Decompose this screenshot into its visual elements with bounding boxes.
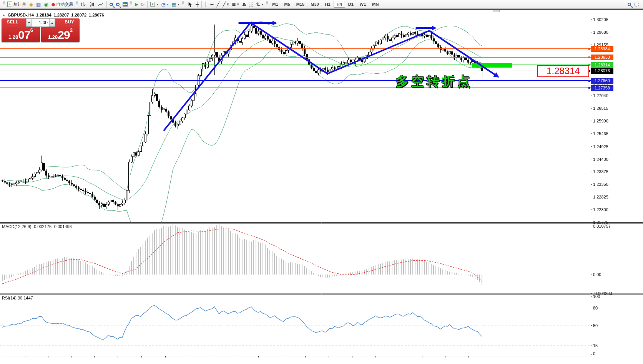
timeframe-h1[interactable]: H1 [322,1,334,8]
price-tick-label: 1.22300 [593,207,608,212]
autotrading-icon: ● [52,2,55,7]
horizontal-line-icon: ─ [211,2,214,7]
price-tick-label: 1.23350 [593,182,608,187]
price-tag-label: 1.28633 [591,55,613,60]
chart-window: ▲ GBPUSD-,H4 1.28184 1.28207 1.28072 1.2… [0,9,643,364]
toolbar-grip[interactable] [182,1,184,7]
buy-label: BUY [65,20,74,25]
arrows-button[interactable]: ⇅ ▾ [254,0,265,8]
horizontal-line-button[interactable]: ─ [209,0,215,8]
chevron-down-icon: ▾ [262,3,263,6]
price-tick-label: 1.23875 [593,169,608,174]
sell-price: 1.28076 [2,27,40,41]
templates-button[interactable]: ▦ ▾ [170,0,181,8]
price-tick-label: 1.24925 [593,144,608,149]
tile-windows-button[interactable] [121,0,129,8]
indicators-button[interactable]: + ▾ [149,0,160,8]
timeframe-w1[interactable]: W1 [357,1,369,8]
new-order-button[interactable]: + 新订单 [6,0,28,8]
price-tag-label: 1.27660 [591,78,613,84]
new-order-icon: + [7,2,12,7]
sell-label: SELL [7,20,18,25]
chart-shift-icon: ▷ [141,2,145,7]
ohlc-close: 1.28076 [89,13,104,17]
text-label-button[interactable]: T [248,0,254,8]
fibonacci-button[interactable]: ≡F [230,0,241,8]
candlestick-chart-button[interactable] [88,0,96,8]
crosshair-button[interactable]: ┼ [194,0,200,8]
bar-chart-button[interactable] [79,0,88,8]
macd-axis-label: 0.010757 [593,224,611,228]
timeframe-m30[interactable]: M30 [307,1,322,8]
timeframe-m5[interactable]: M5 [281,1,293,8]
toolbar-grip[interactable] [3,1,5,7]
price-callout-box: 1.28314 [537,65,589,77]
toolbar-grip[interactable] [130,1,132,7]
vertical-line-button[interactable]: │ [203,0,209,8]
tile-windows-icon [123,2,128,7]
chart-canvas[interactable] [0,10,643,364]
chart-shift-button[interactable]: ▷ [140,0,146,8]
splitter-handle[interactable] [493,10,500,12]
volume-control: ▼ ▲ [26,18,55,27]
volume-input[interactable] [32,19,49,26]
periods-button[interactable]: ◔ ▾ [160,0,170,8]
crosshair-icon: ┼ [196,2,199,7]
equidistant-channel-button[interactable]: ╱E [221,0,230,8]
price-tick-label: 1.27040 [593,93,608,98]
timeframe-m1[interactable]: M1 [269,1,281,8]
price-tag-label: 1.28984 [591,46,613,52]
zoom-in-icon: + [110,3,113,6]
charts-button[interactable]: ◆ [28,0,35,8]
macd-indicator-label: MACD(12,26,9) -0.002176 -0.001496 [2,224,72,229]
toolbar: + 新订单 ◆ ▥ ◉ ● 自动交易 + − ▶ ▷ + ▾ ◔ [0,0,643,9]
timeframe-mn[interactable]: MN [369,1,382,8]
cursor-button[interactable] [185,0,194,8]
chevron-down-icon: ▾ [156,3,158,6]
diamond-icon: ◆ [29,2,33,7]
timeframe-h4[interactable]: H4 [334,1,345,8]
toolbar-grip[interactable] [76,1,78,7]
timeframe-d1[interactable]: D1 [345,1,357,8]
timeframe-m15[interactable]: M15 [293,1,307,8]
fibonacci-icon: ≡ [232,2,236,7]
ohlc-high: 1.28207 [54,13,69,17]
zoom-in-button[interactable]: + [108,0,115,8]
price-tick-label: 1.29680 [593,30,608,35]
chat-icon[interactable] [634,3,639,6]
autotrading-button[interactable]: ● 自动交易 [50,0,75,8]
channel-icon: ╱ [223,2,226,7]
signals-button[interactable]: ◉ [42,0,50,8]
rsi-axis-label: 100 [593,294,600,299]
trendline-icon: ╱ [216,2,219,7]
new-order-label: 新订单 [13,2,26,7]
line-chart-icon [98,2,104,7]
text-button[interactable]: A [241,0,248,8]
ohlc-low: 1.28072 [71,13,86,17]
price-tag-label: 1.27358 [591,85,613,91]
collapse-icon[interactable]: ▲ [2,13,5,17]
toolbar-grip[interactable] [266,1,268,7]
zoom-out-button[interactable]: − [115,0,121,8]
rsi-axis-label: 15 [593,343,598,348]
trendline-button[interactable]: ╱ [215,0,221,8]
search-icon[interactable] [628,3,631,6]
auto-scroll-button[interactable]: ▶ [133,0,140,8]
volume-increase-button[interactable]: ▲ [49,19,55,26]
vertical-line-icon: │ [204,2,208,7]
rsi-axis-label: 80 [593,306,598,310]
autotrading-label: 自动交易 [56,2,73,7]
turning-point-annotation: 多空转折点 [396,73,473,90]
arrows-icon: ⇅ [256,2,260,7]
indicators-icon: + [150,2,155,7]
rsi-indicator-label: RSI(14) 30.1447 [2,296,33,300]
rsi-axis-label: 50 [593,323,598,328]
market-depth-button[interactable]: ▥ [35,0,42,8]
ohlc-open: 1.28184 [36,13,52,17]
candlestick-chart-icon [89,2,95,7]
macd-axis-label: 0.00 [593,272,601,277]
price-tick-label: 1.24400 [593,157,608,162]
text-label-icon: T [249,2,253,7]
volume-decrease-button[interactable]: ▼ [26,19,32,26]
line-chart-button[interactable] [96,0,105,8]
